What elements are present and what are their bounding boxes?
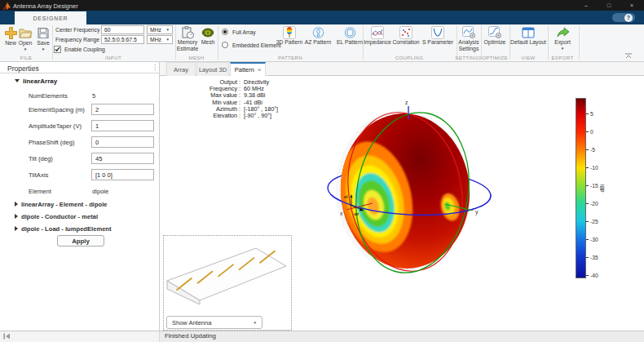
combo-arrow-icon: ▼	[166, 38, 170, 42]
section-label-settings: SETTINGS	[455, 55, 482, 60]
colorbar-tick-label: -20	[590, 200, 598, 206]
export-button[interactable]: Export ▼	[549, 26, 576, 51]
tree-item-label: dipole - Load - lumpedElement	[21, 225, 112, 233]
panel-collapse-icon[interactable]	[3, 333, 11, 340]
property-value: 5	[92, 92, 95, 100]
tab-pattern[interactable]: Pattern×	[230, 62, 266, 76]
help-icon[interactable]: ?	[624, 14, 633, 22]
lineararray-group-header[interactable]: linearArray	[15, 78, 57, 85]
properties-menu-icon[interactable]: ⋮	[152, 64, 158, 71]
group-title: linearArray	[23, 78, 57, 85]
property-input[interactable]	[91, 153, 154, 164]
radio-dot	[223, 30, 227, 33]
combo-arrow-icon: ▼	[166, 28, 170, 32]
colorbar-tick	[586, 131, 589, 132]
mesh-button[interactable]: Mesh	[198, 26, 218, 46]
mesh-label: Mesh	[198, 39, 218, 46]
enable-coupling-label: Enable Coupling	[64, 47, 105, 52]
center-frequency-input[interactable]: 60	[101, 25, 144, 34]
property-label: TiltAxis	[29, 171, 48, 179]
colorbar-tick-label: -10	[590, 165, 598, 171]
pattern-info-line: Output :Directivity	[160, 78, 323, 85]
collapse-ribbon-icon[interactable]	[624, 53, 633, 59]
correlation-button[interactable]: Correlation	[389, 26, 423, 46]
default-layout-button[interactable]: Default Layout	[505, 26, 551, 46]
el-label: el	[344, 194, 348, 199]
optimize-button[interactable]: Optimize	[481, 26, 509, 46]
y-axis-label: y	[475, 209, 479, 215]
tab-array[interactable]: Array	[166, 62, 196, 76]
property-label: NumElements	[29, 92, 68, 100]
info-value: [-90° , 90°]	[244, 112, 271, 119]
property-row: Tilt (deg)	[0, 153, 160, 166]
tab-close-icon[interactable]: ×	[258, 66, 261, 73]
save-label: Save	[33, 40, 54, 47]
property-row: AmplitudeTaper (V)	[0, 120, 160, 133]
memory-estimate-button[interactable]: Memory Estimate	[174, 26, 201, 52]
pattern-info-line: Azimuth :[-180° , 180°]	[160, 105, 323, 112]
center-frequency-unit: MHz	[150, 27, 161, 33]
apply-button[interactable]: Apply	[57, 235, 104, 247]
frequency-range-input[interactable]: 52.5:0.5:67.5	[101, 35, 144, 44]
colorbar-tick	[586, 257, 589, 258]
center-frequency-unit-combo[interactable]: MHz▼	[147, 25, 173, 34]
info-label: Elevation :	[160, 112, 240, 119]
property-input[interactable]	[91, 136, 154, 148]
show-antenna-dropdown[interactable]: Show Antenna▼	[166, 316, 262, 329]
section-label-view: VIEW	[521, 55, 535, 60]
tree-expand-icon[interactable]	[15, 202, 18, 207]
full-array-label: Full Array	[232, 29, 256, 35]
minimize-button[interactable]: –	[580, 0, 593, 11]
tree-item[interactable]: linearArray - Element - dipole	[15, 201, 108, 208]
save-button[interactable]: Save ▼	[33, 26, 54, 51]
tree-item-label: linearArray - Element - dipole	[21, 201, 108, 208]
3d-pattern-button[interactable]: 3D Pattern	[273, 26, 306, 46]
memory-estimate-label-2: Estimate	[174, 46, 201, 52]
show-antenna-value: Show Antenna	[172, 317, 211, 329]
az-label: az	[354, 211, 359, 216]
export-icon	[556, 26, 570, 39]
tab-label: Layout 3D	[199, 66, 227, 73]
az-pattern-button[interactable]: AZ Pattern	[302, 26, 334, 46]
frequency-range-unit-combo[interactable]: MHz▼	[147, 35, 173, 44]
ribbon-separator	[579, 25, 580, 60]
save-dropdown-icon[interactable]: ▼	[33, 47, 54, 51]
tree-item[interactable]: dipole - Load - lumpedElement	[15, 225, 112, 233]
full-array-radio[interactable]	[222, 29, 228, 35]
property-label: ElementSpacing (m)	[29, 106, 85, 113]
window-title: Antenna Array Designer	[13, 2, 78, 10]
close-button[interactable]: ×	[625, 0, 638, 11]
property-input[interactable]	[91, 104, 154, 115]
tree-item[interactable]: dipole - Conductor - metal	[15, 213, 98, 220]
colorbar-tick-label: -40	[590, 272, 598, 278]
az-pattern-icon	[312, 26, 324, 39]
enable-coupling-checkbox[interactable]	[54, 46, 61, 53]
colorbar-tick-label: -30	[590, 236, 598, 242]
colorbar-tick	[586, 149, 589, 150]
x-axis-label: x	[340, 211, 343, 216]
center-frequency-label: Center Frequency	[55, 27, 99, 33]
frequency-range-unit: MHz	[150, 37, 161, 42]
colorbar-tick-label: -25	[590, 218, 598, 224]
section-label-coupling: COUPLING	[395, 55, 424, 60]
maximize-button[interactable]: □	[602, 0, 615, 11]
3d-pattern-label: 3D Pattern	[273, 39, 306, 46]
tree-expand-icon[interactable]	[15, 226, 18, 231]
tab-layout-3d[interactable]: Layout 3D	[196, 62, 229, 76]
s-parameter-button[interactable]: S Parameter	[419, 26, 457, 46]
export-dropdown-icon[interactable]: ▼	[549, 47, 576, 51]
embedded-element-radio[interactable]	[222, 42, 228, 48]
tab-designer[interactable]: DESIGNER	[15, 11, 86, 24]
tab-label: Pattern	[235, 66, 254, 73]
collapse-triangle-icon	[15, 79, 20, 82]
property-input[interactable]	[91, 169, 154, 180]
colorbar-tick	[586, 221, 589, 222]
s-parameter-label: S Parameter	[419, 39, 457, 46]
colorbar	[576, 98, 586, 278]
property-row: ElementSpacing (m)	[0, 104, 160, 117]
property-input[interactable]	[91, 120, 154, 131]
colorbar-tick-label: -5	[590, 147, 595, 153]
s-parameter-icon	[431, 26, 444, 39]
analysis-settings-button[interactable]: Analysis Settings	[455, 26, 483, 52]
tree-expand-icon[interactable]	[15, 214, 18, 219]
